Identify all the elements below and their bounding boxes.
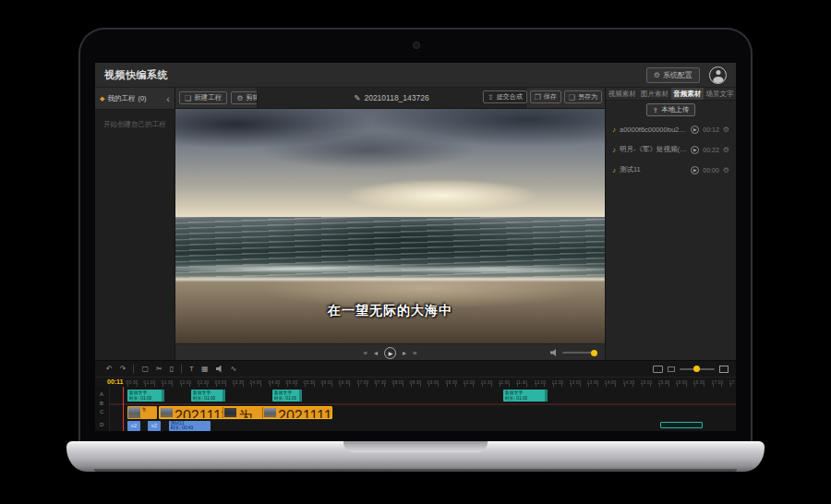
cut-icon[interactable]: ✂: [156, 365, 163, 373]
music-note-icon: ♪: [612, 146, 616, 154]
submit-compose-button[interactable]: ⇧ 提交合成: [483, 90, 527, 103]
new-doc-icon: ❏: [185, 94, 191, 102]
system-config-label: 系统配置: [663, 70, 692, 80]
play-glyph: ▶: [693, 168, 696, 173]
text-clip[interactable]: 新加文字 时长: 01:00: [272, 390, 302, 402]
audio-settings-icon[interactable]: ⚙: [723, 166, 729, 174]
player-controls: « ◂ ▶ ▸ »: [175, 343, 605, 361]
clip-label: 20211116096947006B_227: [175, 408, 223, 418]
track-label: B: [100, 401, 103, 406]
text-clip[interactable]: 新加文字 时长: 01:00: [191, 390, 225, 402]
transport-controls: « ◂ ▶ ▸ »: [364, 344, 417, 361]
redo-icon[interactable]: ↷: [120, 365, 126, 373]
project-name: 20210118_143726: [364, 93, 428, 102]
zoom-knob[interactable]: [693, 366, 700, 372]
submit-label: 提交合成: [497, 92, 523, 102]
video-clip[interactable]: 20211116096947006B_227 时长: 01:30: [160, 407, 223, 418]
list-item[interactable]: ♪ 测试11 ▶ 00:00 ⚙: [606, 160, 736, 180]
clip-label: 为民说法节目访谈: [238, 409, 253, 418]
track-divider: [109, 403, 736, 405]
tab-scene-text[interactable]: 场景文字: [704, 88, 736, 100]
audio-duration: 00:12: [703, 126, 719, 133]
list-item[interactable]: ♪ a0000f6c00000bu2t9uZ5aQjYgSmOaodg ▶ 00…: [606, 119, 736, 139]
playhead[interactable]: [123, 387, 124, 431]
app-window: 视频快编系统 ⚙ 系统配置 ◆ 我的工程 (0) ‹ 开始创建自己的工程: [95, 63, 736, 431]
list-item[interactable]: ♪ 明月-《军》短视频(配乐) ▶ 00:22 ⚙: [606, 139, 736, 160]
audio-settings-icon[interactable]: ⚙: [723, 146, 729, 154]
audio-marker-clip[interactable]: x2: [148, 421, 161, 431]
audio-clip[interactable]: 测试11 时长: 00:43: [169, 421, 211, 431]
undo-icon[interactable]: ↶: [106, 365, 113, 373]
project-toolbar: ❏ 新建工程 ⚙ 剪辑设置 ✎ 20210118_143726 ⇧ 提交合成: [175, 88, 605, 109]
track-label: D: [100, 422, 103, 427]
webcam-icon: [413, 42, 420, 49]
text-clip[interactable]: 新加文字 时长: 01:00: [503, 390, 548, 402]
video-clip[interactable]: 鱼: [127, 406, 157, 419]
timeline-tracks: A B C D 新加文字 时长: 01:00 新加文字 时长: 01:00 新加…: [95, 387, 736, 431]
play-button[interactable]: ▶: [384, 347, 396, 359]
projects-icon: ◆: [100, 95, 104, 102]
captions-icon[interactable]: ▦: [201, 365, 209, 373]
clip-label: 新加文字: [274, 390, 296, 395]
timeline: ↶ ↷ ▢ ✂ ▯ T ▦ ∿ 00:11 00: [95, 360, 736, 431]
audio-name: 明月-《军》短视频(配乐): [620, 145, 687, 154]
text-tool-icon[interactable]: T: [189, 365, 194, 373]
play-audio-icon[interactable]: ▶: [691, 126, 699, 134]
audio-settings-icon[interactable]: ⚙: [723, 126, 729, 134]
user-avatar-icon[interactable]: [709, 66, 727, 84]
save-as-label: 另存为: [578, 92, 597, 102]
audio-duration: 00:22: [703, 147, 719, 153]
save-label: 保存: [544, 92, 557, 102]
audio-track-icon[interactable]: [216, 366, 223, 373]
local-upload-button[interactable]: ⇪ 本地上传: [646, 103, 695, 116]
tab-image-assets[interactable]: 图片素材: [638, 88, 670, 100]
skip-forward-icon[interactable]: »: [413, 349, 416, 357]
zoom-out-icon[interactable]: [668, 366, 675, 372]
video-sea: [175, 217, 605, 278]
music-note-icon: ♪: [612, 166, 616, 174]
waveform-icon[interactable]: ∿: [231, 365, 237, 373]
track-label: A: [100, 391, 103, 397]
projects-sidebar: ◆ 我的工程 (0) ‹ 开始创建自己的工程: [95, 88, 175, 360]
selected-audio-clip-outline[interactable]: [660, 422, 703, 428]
audio-name: 测试11: [620, 165, 687, 174]
play-icon: ▶: [389, 350, 393, 356]
system-config-button[interactable]: ⚙ 系统配置: [646, 67, 700, 83]
volume-slider[interactable]: [562, 352, 596, 354]
marquee-select-icon[interactable]: ▢: [141, 365, 149, 373]
tab-video-assets[interactable]: 视频素材: [606, 88, 638, 100]
track-label: C: [100, 409, 103, 414]
step-back-icon[interactable]: ◂: [374, 349, 378, 357]
timeline-zoom-slider[interactable]: [680, 368, 715, 370]
collapse-sidebar-icon[interactable]: ‹: [166, 94, 170, 103]
new-project-button[interactable]: ❏ 新建工程: [179, 91, 227, 104]
clip-label: 鱼: [142, 407, 147, 412]
clip-thumbnail: [161, 408, 173, 417]
video-clip[interactable]: 20211116096947006B_227 时长: 01:30: [263, 407, 331, 418]
trash-icon[interactable]: ▯: [170, 365, 174, 373]
save-as-button[interactable]: ❑ 另存为: [564, 90, 602, 103]
audio-marker-clip[interactable]: x2: [127, 421, 140, 431]
zoom-in-icon[interactable]: [719, 366, 729, 373]
laptop-base: [66, 441, 765, 472]
empty-project-hint[interactable]: 开始创建自己的工程: [95, 120, 175, 129]
fit-timeline-icon[interactable]: [653, 366, 663, 373]
upload-cloud-icon: ⇧: [488, 93, 494, 102]
tab-audio-assets[interactable]: 音频素材: [671, 88, 704, 100]
step-forward-icon[interactable]: ▸: [403, 349, 406, 357]
skip-back-icon[interactable]: «: [364, 349, 367, 357]
timeline-toolbar: ↶ ↷ ▢ ✂ ▯ T ▦ ∿: [95, 361, 736, 378]
gear-icon: ⚙: [236, 94, 243, 102]
text-clip[interactable]: 新加文字 时长: 01:00: [127, 390, 164, 402]
speaker-icon[interactable]: [550, 349, 558, 356]
video-clip-group[interactable]: 20211116096947006B_227 时长: 01:30 为民说法节目访…: [159, 406, 332, 419]
base-notch: [343, 441, 488, 452]
save-icon: ❐: [535, 93, 541, 102]
volume-knob[interactable]: [591, 350, 597, 356]
video-clip[interactable]: 为民说法节目访谈 时长: 01:17: [223, 407, 263, 418]
play-audio-icon[interactable]: ▶: [691, 146, 699, 154]
play-audio-icon[interactable]: ▶: [691, 166, 699, 174]
timeline-ruler[interactable]: 00:11 00:3001:0001:3002:0002:3003:0003:3…: [95, 378, 736, 387]
save-button[interactable]: ❐ 保存: [530, 90, 561, 103]
timeline-zoom-controls: [653, 361, 729, 377]
